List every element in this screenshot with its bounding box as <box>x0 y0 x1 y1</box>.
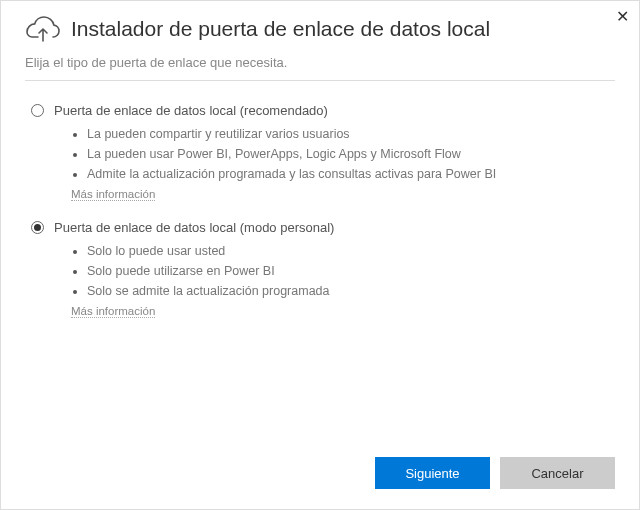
list-item: Admite la actualización programada y las… <box>87 164 609 184</box>
cancel-button[interactable]: Cancelar <box>500 457 615 489</box>
cloud-upload-icon <box>25 15 61 43</box>
gateway-type-options: Puerta de enlace de datos local (recomen… <box>1 81 639 319</box>
list-item: La pueden compartir y reutilizar varios … <box>87 124 609 144</box>
list-item: Solo puede utilizarse en Power BI <box>87 261 609 281</box>
option-recommended-header[interactable]: Puerta de enlace de datos local (recomen… <box>31 103 609 118</box>
close-button[interactable]: ✕ <box>616 7 629 26</box>
option-personal-label: Puerta de enlace de datos local (modo pe… <box>54 220 334 235</box>
option-recommended-label: Puerta de enlace de datos local (recomen… <box>54 103 328 118</box>
dialog-header: Instalador de puerta de enlace de datos … <box>1 1 639 49</box>
option-recommended-bullets: La pueden compartir y reutilizar varios … <box>31 124 609 184</box>
list-item: Solo se admite la actualización programa… <box>87 281 609 301</box>
more-info-personal-link[interactable]: Más información <box>71 305 155 318</box>
dialog-subtitle: Elija el tipo de puerta de enlace que ne… <box>1 49 639 80</box>
option-personal-bullets: Solo lo puede usar usted Solo puede util… <box>31 241 609 301</box>
next-button[interactable]: Siguiente <box>375 457 490 489</box>
dialog-footer: Siguiente Cancelar <box>375 457 615 489</box>
option-recommended: Puerta de enlace de datos local (recomen… <box>31 103 609 202</box>
list-item: La pueden usar Power BI, PowerApps, Logi… <box>87 144 609 164</box>
gateway-installer-dialog: ✕ Instalador de puerta de enlace de dato… <box>0 0 640 510</box>
radio-personal[interactable] <box>31 221 44 234</box>
radio-recommended[interactable] <box>31 104 44 117</box>
dialog-title: Instalador de puerta de enlace de datos … <box>71 17 490 41</box>
list-item: Solo lo puede usar usted <box>87 241 609 261</box>
option-personal: Puerta de enlace de datos local (modo pe… <box>31 220 609 319</box>
more-info-recommended-link[interactable]: Más información <box>71 188 155 201</box>
option-personal-header[interactable]: Puerta de enlace de datos local (modo pe… <box>31 220 609 235</box>
